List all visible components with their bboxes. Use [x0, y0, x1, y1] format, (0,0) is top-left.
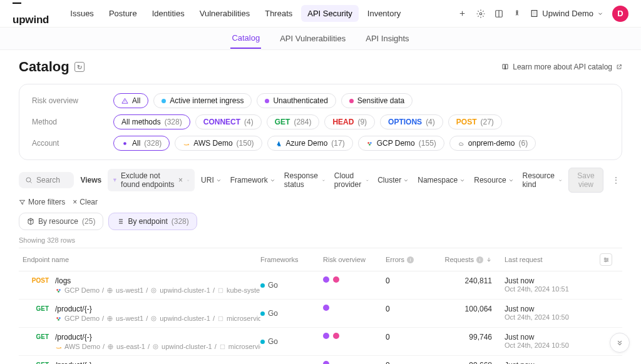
method-filter-label: Method	[32, 118, 113, 126]
nav-inventory[interactable]: Inventory	[361, 5, 407, 22]
plus-icon[interactable]	[458, 9, 467, 18]
col-last[interactable]: Last request	[505, 256, 600, 263]
save-view-button[interactable]: Save view	[568, 168, 603, 193]
search-placeholder: Search	[36, 176, 60, 185]
nav-vulnerabilities[interactable]: Vulnerabilities	[193, 5, 256, 22]
endpoint-breadcrumb: GCP Demo/us-west1/upwind-cluster-1/micro…	[55, 315, 260, 322]
account-chip-onprem-demo[interactable]: onprem-demo(6)	[449, 136, 536, 151]
method-badge: GET	[23, 361, 49, 364]
errors-cell: 0	[386, 276, 436, 294]
col-endpoint[interactable]: Endpoint name	[23, 256, 260, 263]
filter-response-status[interactable]: Response status	[284, 171, 326, 189]
avatar[interactable]: D	[612, 6, 628, 22]
more-menu-icon[interactable]: ⋮	[610, 176, 622, 185]
nav-api-security[interactable]: API Security	[301, 5, 359, 22]
top-bar: upwind IssuesPostureIdentitiesVulnerabil…	[0, 0, 641, 28]
col-requests[interactable]: Requestsi	[436, 256, 505, 263]
svg-point-17	[151, 288, 156, 292]
chevron-down-icon	[187, 178, 190, 183]
filter-resource-kind[interactable]: Resource kind	[523, 171, 562, 189]
columns-icon[interactable]	[494, 9, 503, 18]
table-row[interactable]: POST /logs GCP Demo/us-west1/upwind-clus…	[19, 271, 622, 300]
subtab-api-insights[interactable]: API Insights	[364, 29, 410, 48]
framework-cell: Go	[260, 305, 323, 322]
close-icon: ×	[73, 198, 77, 206]
endpoint-path: /product/{-}	[55, 361, 260, 364]
chevron-down-icon	[403, 178, 409, 183]
svg-point-23	[56, 317, 58, 319]
svg-point-2	[516, 10, 518, 11]
method-chip-options[interactable]: OPTIONS(4)	[380, 114, 443, 129]
gear-icon[interactable]	[476, 9, 485, 18]
active-view-pill[interactable]: Exclude not found endpoints ×	[108, 169, 195, 191]
remove-view-icon[interactable]: ×	[178, 176, 183, 185]
filter-uri[interactable]: URI	[201, 171, 222, 189]
table-row[interactable]: GET /product/{-} AWS Demo/us-east-1/upwi…	[19, 328, 622, 356]
col-frameworks[interactable]: Frameworks	[260, 256, 323, 263]
cube-icon	[27, 218, 34, 225]
nav-threats[interactable]: Threats	[259, 5, 299, 22]
endpoint-breadcrumb: AWS Demo/us-east-1/upwind-cluster-1/micr…	[55, 343, 260, 350]
method-chip-connect[interactable]: CONNECT(4)	[195, 114, 262, 129]
col-risk[interactable]: Risk overview	[323, 256, 386, 263]
col-errors[interactable]: Errorsi	[386, 256, 436, 263]
filter-icon	[19, 199, 26, 206]
endpoint-path: /product/{-}	[55, 305, 260, 313]
filter-namespace[interactable]: Namespace	[418, 171, 465, 189]
chevron-down-icon	[558, 178, 562, 183]
chevron-down-icon	[322, 178, 326, 183]
table-row[interactable]: GET /product/{-} GCP Demo/us-west1/upwin…	[19, 300, 622, 328]
risk-chip-all[interactable]: All	[113, 93, 148, 108]
svg-point-25	[58, 318, 59, 320]
segment-by-endpoint[interactable]: By endpoint(328)	[108, 213, 197, 230]
subtab-catalog[interactable]: Catalog	[230, 28, 261, 49]
svg-point-28	[151, 316, 156, 320]
svg-point-35	[155, 346, 156, 348]
subtab-api-vulnerabilities[interactable]: API Vulnerabilities	[279, 29, 347, 48]
method-chip-get[interactable]: GET(284)	[267, 114, 320, 129]
filter-cluster[interactable]: Cluster	[377, 171, 409, 189]
svg-point-11	[605, 260, 606, 261]
filter-cloud-provider[interactable]: Cloud provider	[334, 171, 369, 189]
account-chip-azure-demo[interactable]: Azure Demo(17)	[267, 136, 353, 151]
errors-cell: 0	[386, 361, 436, 364]
requests-cell: 240,811	[436, 276, 505, 294]
scroll-down-button[interactable]	[610, 333, 630, 353]
filters-panel: Risk overview AllActive internet ingress…	[19, 84, 622, 160]
risk-chip-active-internet-ingress[interactable]: Active internet ingress	[153, 93, 252, 108]
org-selector[interactable]: Upwind Demo	[530, 9, 603, 18]
requests-cell: 99,668	[436, 361, 505, 364]
learn-more-link[interactable]: Learn more about API catalog	[501, 63, 622, 71]
search-input[interactable]: Search	[19, 172, 74, 188]
clear-filters-button[interactable]: × Clear	[73, 198, 98, 206]
refresh-button[interactable]: ↻	[74, 62, 85, 72]
table-settings-icon[interactable]	[600, 253, 612, 266]
segment-by-resource[interactable]: By resource(25)	[19, 213, 103, 230]
nav-identities[interactable]: Identities	[146, 5, 191, 22]
method-chip-head[interactable]: HEAD(9)	[324, 114, 375, 129]
endpoint-path: /logs	[55, 276, 260, 285]
requests-cell: 99,746	[436, 333, 505, 350]
account-chip-aws-demo[interactable]: AWS Demo(150)	[175, 136, 262, 151]
account-chip-gcp-demo[interactable]: GCP Demo(155)	[358, 136, 444, 151]
method-chip-all-methods[interactable]: All methods(328)	[113, 114, 190, 129]
table-row[interactable]: GET /product/{-} Azure Demo/eastus/upwin…	[19, 356, 622, 364]
run-icon[interactable]	[512, 9, 521, 18]
risk-cell	[323, 333, 386, 350]
svg-rect-29	[218, 316, 222, 320]
views-label: Views	[80, 176, 101, 185]
more-filters-button[interactable]: More filters	[19, 198, 65, 206]
nav-posture[interactable]: Posture	[103, 5, 143, 22]
filter-framework[interactable]: Framework	[230, 171, 275, 189]
filter-resource[interactable]: Resource	[474, 171, 513, 189]
svg-rect-37	[220, 345, 224, 348]
nav-issues[interactable]: Issues	[64, 5, 100, 22]
risk-chip-sensitive-data[interactable]: Sensitive data	[341, 93, 413, 108]
framework-cell: Go	[260, 276, 323, 294]
chevron-down-icon	[459, 178, 465, 183]
svg-point-13	[59, 289, 61, 291]
account-chip-all[interactable]: All(328)	[113, 136, 170, 151]
method-chip-post[interactable]: POST(27)	[448, 114, 502, 129]
filter-icon	[113, 176, 117, 184]
risk-chip-unauthenticated[interactable]: Unauthenticated	[257, 93, 336, 108]
